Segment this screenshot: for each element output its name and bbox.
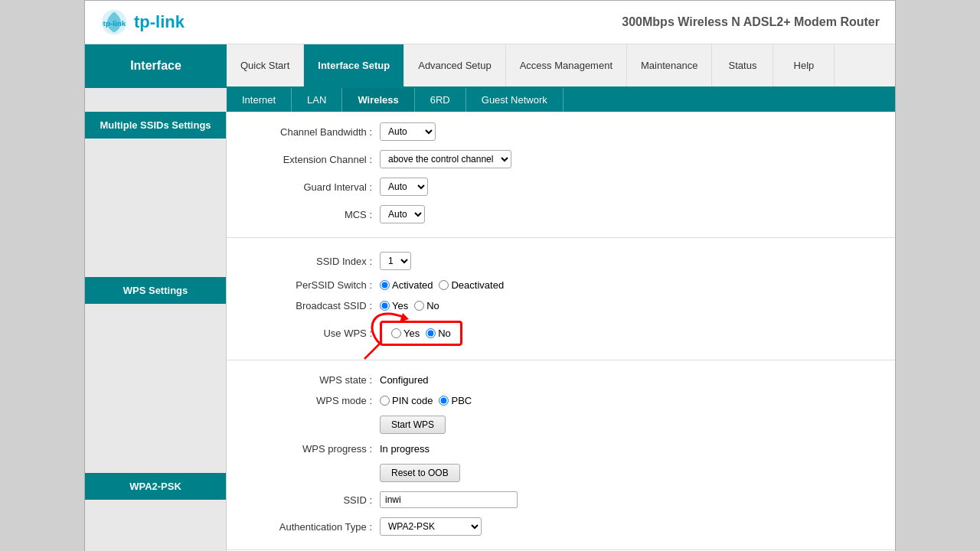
pbc-radio[interactable] — [439, 396, 449, 406]
wps-settings-section: WPS state Configured WPS mode PIN code P… — [227, 364, 895, 546]
per-ssid-switch-label: PerSSID Switch — [250, 279, 372, 291]
broadcast-yes-text: Yes — [392, 300, 408, 311]
deactivated-radio[interactable] — [439, 280, 449, 290]
per-ssid-switch-row: PerSSID Switch Activated Deactivated — [250, 275, 872, 295]
use-wps-box: Yes No — [380, 321, 462, 346]
logo: tp-link tp-link — [100, 8, 185, 36]
deactivated-label: Deactivated — [451, 279, 504, 291]
tplink-logo-icon: tp-link — [100, 8, 128, 36]
use-wps-yes-label[interactable]: Yes — [391, 328, 420, 339]
channel-bandwidth-label: Channel Bandwidth — [250, 126, 372, 138]
ssid-index-select[interactable]: 1 2 3 4 — [380, 252, 411, 270]
use-wps-row: Use WPS Yes No — [250, 316, 872, 350]
nav-help[interactable]: Help — [773, 44, 835, 86]
nav-quick-start[interactable]: Quick Start — [227, 44, 304, 86]
per-ssid-radio-group: Activated Deactivated — [380, 279, 504, 291]
sub-nav-guest-network[interactable]: Guest Network — [466, 88, 564, 112]
content-area: Multiple SSIDs Settings WPS Settings WPA… — [85, 112, 895, 551]
interface-label: Interface — [85, 44, 227, 86]
pbc-label[interactable]: PBC — [439, 395, 472, 406]
wps-state-value: Configured — [380, 374, 429, 386]
wps-mode-row: WPS mode PIN code PBC — [250, 390, 872, 411]
broadcast-ssid-label: Broadcast SSID — [250, 300, 372, 311]
sub-nav-wrapper: Internet LAN Wireless 6RD Guest Network — [85, 88, 895, 112]
broadcast-no-label[interactable]: No — [414, 300, 439, 311]
header: tp-link tp-link 300Mbps Wireless N ADSL2… — [85, 1, 895, 44]
reset-oob-row: Reset to OOB — [250, 459, 872, 487]
mcs-label: MCS — [250, 209, 372, 220]
activated-label: Activated — [392, 279, 433, 291]
use-wps-no-text: No — [438, 328, 451, 339]
sidebar-spacer — [85, 88, 227, 112]
use-wps-yes-radio[interactable] — [391, 328, 401, 338]
nav-maintenance[interactable]: Maintenance — [627, 44, 712, 86]
reset-to-oob-button[interactable]: Reset to OOB — [380, 464, 460, 482]
multiple-ssids-section: SSID Index 1 2 3 4 PerSSID Switch Activ — [227, 241, 895, 357]
start-wps-button[interactable]: Start WPS — [380, 416, 446, 434]
use-wps-yes-text: Yes — [403, 328, 420, 339]
wps-progress-label: WPS progress — [250, 443, 372, 455]
sub-nav-internet[interactable]: Internet — [227, 88, 292, 112]
mcs-select[interactable]: Auto — [380, 205, 425, 223]
main-content: Channel Bandwidth Auto 20MHz 40MHz Exten… — [227, 112, 895, 551]
guard-interval-label: Guard Interval — [250, 181, 372, 193]
broadcast-yes-radio[interactable] — [380, 301, 390, 311]
sidebar-wps-settings[interactable]: WPS Settings — [85, 277, 226, 304]
wps-mode-label: WPS mode — [250, 395, 372, 406]
sub-nav-6rd[interactable]: 6RD — [415, 88, 466, 112]
wps-state-row: WPS state Configured — [250, 370, 872, 390]
sidebar-multiple-ssids[interactable]: Multiple SSIDs Settings — [85, 112, 226, 139]
auth-type-select[interactable]: WPA2-PSK WPA-PSK WPA WPA2 Mixed WPA/WPA2… — [380, 517, 482, 536]
nav-status[interactable]: Status — [712, 44, 773, 86]
use-wps-label-text: Use WPS — [250, 328, 372, 339]
use-wps-no-label[interactable]: No — [426, 328, 451, 339]
activated-radio[interactable] — [380, 280, 390, 290]
deactivated-radio-label[interactable]: Deactivated — [439, 279, 504, 291]
ssid-index-row: SSID Index 1 2 3 4 — [250, 247, 872, 275]
broadcast-no-radio[interactable] — [414, 301, 424, 311]
ssid-input[interactable] — [380, 491, 518, 508]
use-wps-no-radio[interactable] — [426, 328, 436, 338]
ssid-index-label: SSID Index — [250, 256, 372, 267]
broadcast-no-text: No — [426, 300, 439, 311]
ssid-label: SSID — [250, 494, 372, 506]
extension-channel-select[interactable]: above the control channel below the cont… — [380, 150, 511, 168]
pbc-text: PBC — [451, 395, 472, 406]
broadcast-yes-label[interactable]: Yes — [380, 300, 408, 311]
guard-interval-row: Guard Interval Auto Long Short — [250, 173, 872, 201]
use-wps-annotation-container: Yes No — [380, 321, 462, 346]
wps-mode-radio-group: PIN code PBC — [380, 395, 472, 406]
broadcast-ssid-row: Broadcast SSID Yes No — [250, 295, 872, 316]
svg-text:tp-link: tp-link — [103, 19, 126, 28]
pin-code-radio[interactable] — [380, 396, 390, 406]
pin-code-label[interactable]: PIN code — [380, 395, 433, 406]
pin-code-text: PIN code — [392, 395, 433, 406]
channel-bandwidth-row: Channel Bandwidth Auto 20MHz 40MHz — [250, 118, 872, 145]
start-wps-row: Start WPS — [250, 411, 872, 439]
ssid-row: SSID — [250, 487, 872, 513]
sub-nav: Internet LAN Wireless 6RD Guest Network — [227, 88, 895, 112]
channel-bandwidth-select[interactable]: Auto 20MHz 40MHz — [380, 122, 436, 141]
sub-nav-wireless[interactable]: Wireless — [342, 88, 414, 112]
wps-progress-row: WPS progress In progress — [250, 439, 872, 459]
nav-advanced-setup[interactable]: Advanced Setup — [404, 44, 505, 86]
nav-access-management[interactable]: Access Management — [506, 44, 627, 86]
sub-nav-lan[interactable]: LAN — [292, 88, 342, 112]
activated-radio-label[interactable]: Activated — [380, 279, 433, 291]
extension-channel-row: Extension Channel above the control chan… — [250, 145, 872, 173]
auth-type-label: Authentication Type — [250, 521, 372, 533]
wps-state-label: WPS state — [250, 374, 372, 386]
sidebar: Multiple SSIDs Settings WPS Settings WPA… — [85, 112, 227, 551]
auth-type-row: Authentication Type WPA2-PSK WPA-PSK WPA… — [250, 513, 872, 540]
mcs-row: MCS Auto — [250, 201, 872, 228]
form-section-top: Channel Bandwidth Auto 20MHz 40MHz Exten… — [227, 112, 895, 234]
nav-items: Quick Start Interface Setup Advanced Set… — [227, 44, 895, 86]
top-nav: Interface Quick Start Interface Setup Ad… — [85, 44, 895, 88]
guard-interval-select[interactable]: Auto Long Short — [380, 178, 428, 196]
product-name: 300Mbps Wireless N ADSL2+ Modem Router — [622, 15, 880, 29]
extension-channel-label: Extension Channel — [250, 154, 372, 165]
svg-line-3 — [364, 344, 380, 359]
logo-text: tp-link — [134, 12, 185, 32]
nav-interface-setup[interactable]: Interface Setup — [304, 44, 404, 86]
sidebar-wpa2-psk[interactable]: WPA2-PSK — [85, 473, 226, 500]
